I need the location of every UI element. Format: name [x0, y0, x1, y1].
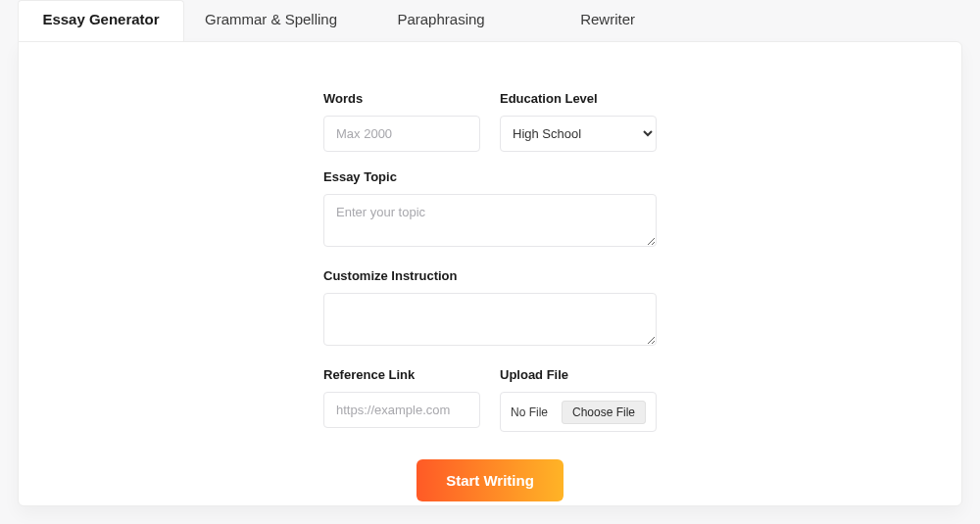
upload-file-label: Upload File — [500, 367, 657, 382]
tab-essay-generator[interactable]: Essay Generator — [18, 0, 184, 41]
no-file-text: No File — [511, 405, 548, 419]
customize-instruction-label: Customize Instruction — [323, 268, 657, 283]
education-level-label: Education Level — [500, 91, 657, 106]
start-writing-button[interactable]: Start Writing — [416, 459, 564, 501]
words-input[interactable] — [323, 116, 480, 152]
tab-rewriter[interactable]: Rewriter — [524, 0, 691, 41]
choose-file-button[interactable]: Choose File — [562, 401, 646, 424]
essay-topic-label: Essay Topic — [323, 169, 657, 184]
form-panel: Words Education Level High School Essay … — [18, 41, 962, 506]
customize-instruction-input[interactable] — [323, 293, 657, 346]
essay-topic-input[interactable] — [323, 194, 657, 247]
upload-file-box: No File Choose File — [500, 392, 657, 432]
education-level-select[interactable]: High School — [500, 116, 657, 152]
tab-grammar-spelling[interactable]: Grammar & Spelling — [184, 0, 358, 41]
tab-bar: Essay Generator Grammar & Spelling Parap… — [0, 0, 980, 41]
reference-link-input[interactable] — [323, 392, 480, 428]
tab-paraphrasing[interactable]: Paraphrasing — [358, 0, 524, 41]
reference-link-label: Reference Link — [323, 367, 480, 382]
words-label: Words — [323, 91, 480, 106]
